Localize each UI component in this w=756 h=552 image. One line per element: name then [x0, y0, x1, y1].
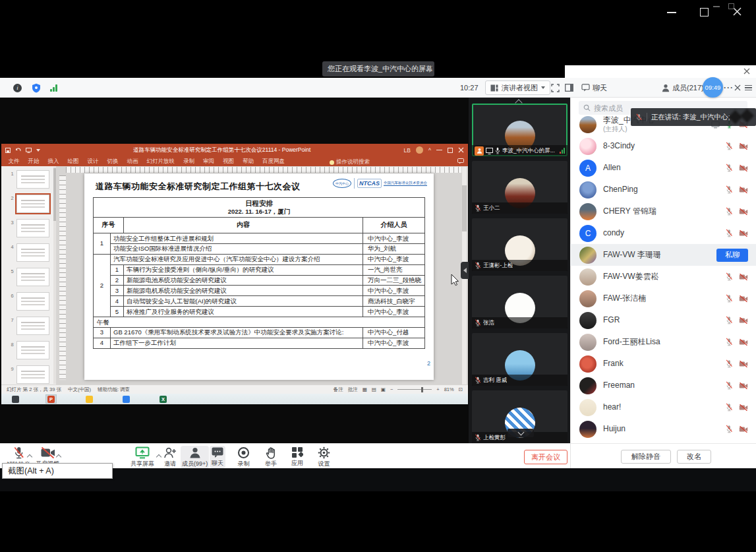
comments-button[interactable]: 批注: [348, 386, 358, 393]
slide-thumbnail[interactable]: 8: [1, 339, 56, 363]
share-screen-button[interactable]: 共享屏幕: [129, 446, 156, 469]
slide-thumbnail[interactable]: 4: [1, 241, 56, 266]
video-tile[interactable]: 李波_中汽中心的屏...: [472, 104, 567, 156]
toolbar-close-button[interactable]: [734, 78, 741, 98]
slide-thumbnail[interactable]: 6: [1, 290, 56, 315]
clock-float-badge[interactable]: 09:49: [703, 77, 723, 98]
private-chat-button[interactable]: 私聊: [716, 249, 748, 262]
accessibility-status[interactable]: 辅助功能: 调查: [98, 386, 130, 393]
ribbon-tab[interactable]: 动画: [123, 158, 142, 166]
screen-minimize-button[interactable]: [667, 12, 676, 13]
slideshow-icon[interactable]: [26, 148, 32, 153]
ppt-close-button[interactable]: [458, 147, 464, 153]
zoom-in-button[interactable]: +: [436, 386, 439, 392]
save-icon[interactable]: [5, 148, 11, 153]
ppt-minimize-button[interactable]: [436, 150, 442, 151]
shared-excel-icon[interactable]: X: [160, 396, 167, 403]
ppt-restore-button[interactable]: [448, 148, 453, 153]
shared-start-icon[interactable]: [12, 396, 19, 403]
tab-members[interactable]: 成员(217): [662, 78, 704, 98]
ppt-account-avatar[interactable]: [416, 146, 423, 154]
ribbon-tab[interactable]: 帮助: [239, 158, 258, 166]
ribbon-tab[interactable]: 绘图: [63, 158, 83, 166]
network-signal-icon[interactable]: [50, 78, 57, 98]
member-row[interactable]: FAW-VW 李珊珊 私聊: [570, 244, 756, 266]
tell-me-search[interactable]: 操作说明搜索: [330, 158, 370, 166]
video-tile[interactable]: 王潇彬-上检: [472, 218, 567, 271]
fit-slide-icon[interactable]: ⊡: [459, 386, 463, 392]
raise-hand-button[interactable]: 举手: [264, 446, 278, 469]
meeting-info-icon[interactable]: i: [13, 78, 22, 98]
member-row[interactable]: FAW-VW姜雲崧: [570, 266, 756, 288]
slide-preview[interactable]: [16, 341, 49, 359]
watching-banner[interactable]: 您正在观看李波_中汽中心的屏幕: [322, 61, 434, 77]
side-panel-icon[interactable]: [565, 78, 573, 98]
view-reading-icon[interactable]: ▣: [381, 386, 386, 392]
slide-preview[interactable]: [16, 219, 49, 237]
ribbon-tab[interactable]: 插入: [44, 158, 63, 166]
zoom-level[interactable]: 81%: [444, 386, 454, 392]
member-row[interactable]: C condy: [570, 222, 756, 244]
tab-chat[interactable]: 聊天: [581, 78, 607, 98]
member-row[interactable]: A Allen: [570, 157, 756, 179]
member-row[interactable]: hear!: [570, 396, 756, 418]
zoom-slider[interactable]: [397, 389, 432, 390]
member-row[interactable]: FGR: [570, 309, 756, 331]
chat-button[interactable]: 聊天: [210, 446, 225, 468]
panel-collapse-handle[interactable]: [461, 262, 469, 279]
ppt-account-initials[interactable]: LB: [404, 147, 411, 154]
slide-preview[interactable]: [16, 243, 49, 262]
slide-thumbnail-panel[interactable]: 1 2 3 4 5 6: [1, 166, 57, 384]
shared-folder-icon[interactable]: [86, 396, 93, 403]
apps-button[interactable]: 应用: [290, 446, 305, 468]
more-options-button[interactable]: ···: [724, 78, 734, 98]
ppt-ribbon-options-icon[interactable]: ^: [428, 147, 431, 154]
slide-preview[interactable]: [16, 292, 49, 311]
settings-button[interactable]: 设置: [316, 446, 332, 469]
slide-thumbnail[interactable]: 1: [1, 168, 56, 193]
meeting-restore-button[interactable]: [728, 3, 734, 9]
tiles-scroll-down-icon[interactable]: [508, 429, 534, 437]
slide-thumbnail[interactable]: 5: [1, 266, 56, 290]
view-normal-icon[interactable]: ▦: [363, 386, 367, 392]
zoom-out-button[interactable]: −: [390, 386, 393, 392]
toolbar-menu-icon[interactable]: [745, 78, 752, 98]
ribbon-tab[interactable]: 幻灯片放映: [142, 158, 179, 166]
member-row[interactable]: Freeman: [570, 375, 756, 396]
slide-preview[interactable]: [16, 365, 49, 384]
ribbon-tab[interactable]: 开始: [24, 158, 44, 166]
ribbon-tab[interactable]: 切换: [103, 158, 123, 166]
ppt-comment-icon[interactable]: [457, 158, 464, 164]
video-tile[interactable]: 王小二: [472, 161, 567, 214]
fullscreen-icon[interactable]: [551, 78, 560, 98]
qat-more-icon[interactable]: [36, 149, 40, 152]
meeting-minimize-button[interactable]: [713, 6, 720, 7]
member-row[interactable]: 8-3Cindy: [570, 135, 756, 157]
ribbon-tab[interactable]: 审阅: [199, 158, 219, 166]
slide-preview[interactable]: [16, 317, 49, 335]
member-row[interactable]: FAW-张洁楠: [570, 288, 756, 309]
slide-preview[interactable]: [16, 195, 49, 213]
view-mode-button[interactable]: 演讲者视图: [485, 78, 550, 98]
member-row[interactable]: Huijun: [570, 418, 756, 440]
member-row[interactable]: Ford-王丽桂Lisa: [570, 331, 756, 353]
slide-thumbnail[interactable]: 3: [1, 217, 56, 241]
video-tile[interactable]: 吉利 唐威: [472, 333, 567, 386]
undo-icon[interactable]: [15, 148, 21, 153]
unmute-button[interactable]: 解除静音: [621, 450, 671, 464]
ribbon-tab[interactable]: 百度网盘: [258, 158, 289, 166]
thumbnail-scrollbar[interactable]: [53, 167, 56, 384]
member-row[interactable]: Frank: [570, 353, 756, 375]
slide-thumbnail[interactable]: 7: [1, 315, 56, 339]
screen-maximize-button[interactable]: [700, 8, 709, 16]
ribbon-tab[interactable]: 视图: [219, 158, 239, 166]
shared-powerpoint-icon[interactable]: P: [47, 396, 55, 403]
invite-button[interactable]: 邀请: [162, 446, 178, 469]
ribbon-tab[interactable]: 设计: [83, 158, 103, 166]
slide-thumbnail[interactable]: 9: [1, 363, 56, 384]
view-sorter-icon[interactable]: ▤: [372, 386, 376, 392]
ribbon-tab[interactable]: 文件: [4, 158, 24, 166]
slide-thumbnail[interactable]: 2: [1, 193, 56, 217]
record-button[interactable]: 录制: [236, 446, 251, 469]
member-row[interactable]: CHERY 管锦瑞: [570, 200, 756, 222]
